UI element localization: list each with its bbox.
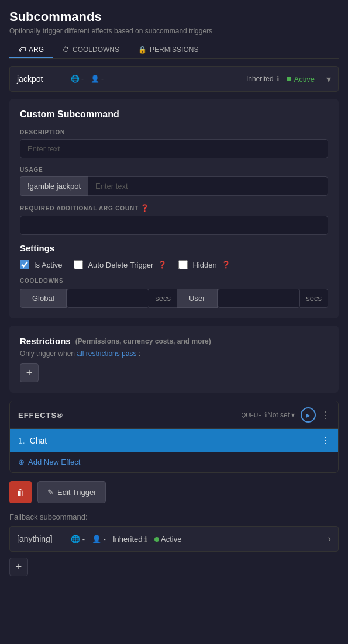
hidden-label: Hidden xyxy=(192,261,216,269)
chevron-down-icon: ▾ xyxy=(326,74,331,85)
custom-subcommand-title: Custom Subcommand xyxy=(20,109,328,120)
effect-item[interactable]: 1. Chat ⋮ xyxy=(10,429,338,452)
restrictions-title: Restrictions (Permissions, currency cost… xyxy=(20,336,328,346)
auto-delete-input[interactable] xyxy=(74,260,83,269)
active-dot xyxy=(287,77,291,81)
play-effects-button[interactable]: ▶ xyxy=(301,407,316,423)
usage-field-group: USAGE !gamble jackpot xyxy=(20,167,328,196)
is-active-label: Is Active xyxy=(34,261,62,269)
is-active-input[interactable] xyxy=(20,260,29,269)
auto-delete-label: Auto Delete Trigger xyxy=(88,261,153,269)
user-icon: 👤 xyxy=(91,75,99,83)
restrictions-subtitle: (Permissions, currency costs, and more) xyxy=(75,337,211,345)
fallback-user-btn[interactable]: 👤 - xyxy=(92,535,106,543)
fallback-inherited: Inherited ℹ xyxy=(113,535,147,543)
global-cooldown-input[interactable] xyxy=(67,289,150,308)
effects-title: EFFECTS® xyxy=(18,411,63,420)
subcommand-row[interactable]: jackpot 🌐 - 👤 - Inherited ℹ Active ▾ xyxy=(9,66,339,92)
queue-chevron-icon: ▾ xyxy=(291,411,295,419)
fallback-globe-icon: 🌐 xyxy=(71,535,80,543)
page-title: Subcommands xyxy=(9,9,339,25)
usage-prefix: !gamble jackpot xyxy=(20,176,88,196)
info-icon: ℹ xyxy=(277,75,280,83)
settings-checkboxes: Is Active Auto Delete Trigger ❓ Hidden ❓ xyxy=(20,260,328,269)
globe-icon: 🌐 xyxy=(71,75,80,83)
queue-section: QUEUE ℹ xyxy=(241,411,267,419)
hidden-checkbox[interactable]: Hidden ❓ xyxy=(178,260,230,269)
subcommand-user-btn[interactable]: 👤 - xyxy=(91,75,104,83)
effects-card: EFFECTS® QUEUE ℹ Not set ▾ ▶ ⋮ 1. Chat ⋮… xyxy=(9,401,339,473)
auto-delete-help-icon: ❓ xyxy=(158,261,167,269)
fallback-row[interactable]: [anything] 🌐 - 👤 - Inherited ℹ Active › xyxy=(9,526,339,552)
fallback-active: Active xyxy=(154,535,181,543)
subcommand-name: jackpot xyxy=(17,74,64,84)
cooldowns-row: Global secs User secs xyxy=(20,289,328,308)
trash-icon: 🗑 xyxy=(16,487,25,497)
description-field-group: DESCRIPTION xyxy=(20,129,328,158)
effect-options-button[interactable]: ⋮ xyxy=(321,435,330,446)
global-cooldown-btn[interactable]: Global xyxy=(20,289,67,308)
cooldowns-label: COOLDOWNS xyxy=(20,278,328,284)
arg-count-help-icon: ❓ xyxy=(140,204,150,212)
tab-arg[interactable]: 🏷 ARG xyxy=(9,42,53,58)
add-effect-icon: ⊕ xyxy=(18,458,25,466)
settings-section: Settings Is Active Auto Delete Trigger ❓… xyxy=(20,243,328,308)
description-input[interactable] xyxy=(20,139,328,158)
effects-more-button[interactable]: ⋮ xyxy=(321,410,330,421)
queue-value[interactable]: Not set ▾ xyxy=(267,411,295,419)
fallback-section: Fallback subcommand: [anything] 🌐 - 👤 - … xyxy=(9,513,339,576)
user-cooldown-btn[interactable]: User xyxy=(177,289,217,308)
edit-trigger-button[interactable]: ✎ Edit Trigger xyxy=(37,481,106,503)
add-effect-button[interactable]: ⊕ Add New Effect xyxy=(10,452,338,472)
tab-bar: 🏷 ARG ⏱ COOLDOWNS 🔒 PERMISSIONS xyxy=(9,42,339,59)
restrictions-trigger-line: Only trigger when all restrictions pass … xyxy=(20,349,328,358)
is-active-checkbox[interactable]: Is Active xyxy=(20,260,62,269)
fallback-user-icon: 👤 xyxy=(92,535,101,543)
subcommand-active: Active xyxy=(287,75,315,84)
subcommand-inherited: Inherited ℹ xyxy=(246,75,280,83)
settings-title: Settings xyxy=(20,243,328,253)
usage-input[interactable] xyxy=(88,176,328,196)
arg-count-label: REQUIRED ADDITIONAL ARG COUNT ❓ xyxy=(20,204,328,212)
arg-count-input[interactable]: 0 xyxy=(20,216,328,235)
auto-delete-checkbox[interactable]: Auto Delete Trigger ❓ xyxy=(74,260,167,269)
fallback-name: [anything] xyxy=(17,534,64,543)
effects-actions: ▶ ⋮ xyxy=(301,407,330,423)
user-cooldown-input[interactable] xyxy=(218,289,301,308)
subcommand-globe-btn[interactable]: 🌐 - xyxy=(71,75,84,83)
hidden-input[interactable] xyxy=(178,260,188,269)
fallback-title: Fallback subcommand: xyxy=(9,513,339,521)
tab-permissions[interactable]: 🔒 PERMISSIONS xyxy=(129,42,208,58)
tab-cooldowns[interactable]: ⏱ COOLDOWNS xyxy=(53,42,129,58)
global-secs-label: secs xyxy=(149,289,177,308)
tag-icon: 🏷 xyxy=(19,46,26,54)
hidden-help-icon: ❓ xyxy=(222,261,230,269)
add-subcommand-button[interactable]: + xyxy=(9,558,28,576)
fallback-info-icon: ℹ xyxy=(144,535,147,543)
chevron-right-icon: › xyxy=(328,534,331,544)
usage-row: !gamble jackpot xyxy=(20,176,328,196)
effect-number: 1. xyxy=(18,436,25,445)
bottom-actions: 🗑 ✎ Edit Trigger xyxy=(9,481,339,503)
arg-count-field-group: REQUIRED ADDITIONAL ARG COUNT ❓ 0 xyxy=(20,204,328,235)
user-secs-label: secs xyxy=(300,289,328,308)
all-restrictions-pass-link[interactable]: all restrictions pass xyxy=(77,349,136,358)
page-subtitle: Optionally trigger different effects bas… xyxy=(9,27,339,35)
effects-header: EFFECTS® QUEUE ℹ Not set ▾ ▶ ⋮ xyxy=(10,401,338,429)
lock-icon: 🔒 xyxy=(138,46,147,54)
add-restriction-button[interactable]: + xyxy=(20,363,39,382)
fallback-globe-btn[interactable]: 🌐 - xyxy=(71,535,85,543)
clock-icon: ⏱ xyxy=(63,46,70,54)
effect-name: Chat xyxy=(30,436,47,445)
custom-subcommand-card: Custom Subcommand DESCRIPTION USAGE !gam… xyxy=(9,99,339,318)
description-label: DESCRIPTION xyxy=(20,129,328,136)
usage-label: USAGE xyxy=(20,167,328,173)
edit-icon: ✎ xyxy=(47,488,54,497)
fallback-active-dot xyxy=(154,537,159,542)
restrictions-card: Restrictions (Permissions, currency cost… xyxy=(9,326,339,393)
delete-button[interactable]: 🗑 xyxy=(9,481,32,503)
